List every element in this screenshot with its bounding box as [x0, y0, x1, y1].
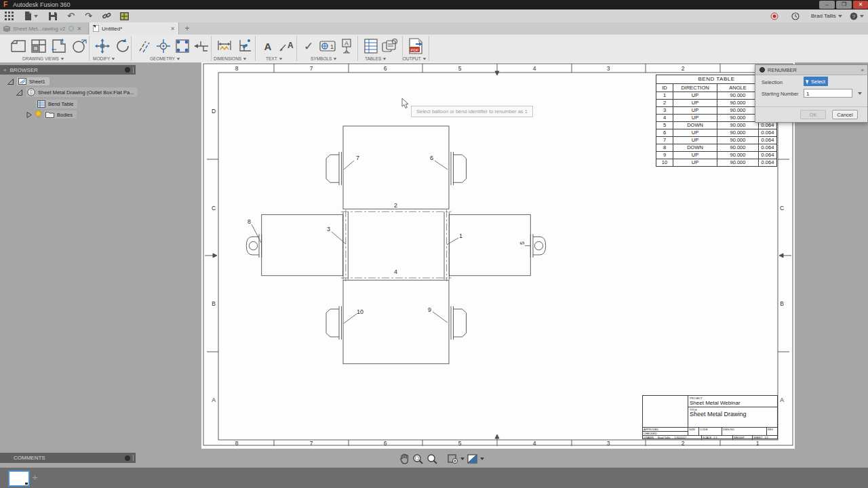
zoom-window-icon[interactable] [412, 453, 424, 464]
expand-open-icon[interactable] [7, 78, 14, 85]
file-menu-button[interactable] [24, 11, 38, 21]
bend-cell-angle: 90.000 [717, 144, 759, 152]
geometry-menu[interactable]: GEOMETRY [150, 56, 180, 61]
help-menu[interactable]: ? [850, 11, 864, 21]
ordinate-dimension-icon[interactable] [236, 37, 254, 55]
balloon-icon[interactable]: 1 [319, 37, 336, 55]
datum-identifier-icon[interactable]: A [338, 37, 355, 55]
drawing-views-menu[interactable]: DRAWING VIEWS [22, 56, 64, 61]
base-view-icon[interactable] [9, 37, 27, 55]
app-grid-icon[interactable] [5, 11, 14, 21]
dimensions-menu[interactable]: DIMENSIONS [214, 56, 247, 61]
edge-extension-icon[interactable] [193, 37, 210, 55]
output-menu[interactable]: OUTPUT [403, 56, 427, 61]
panel-options-icon[interactable] [125, 67, 130, 73]
record-icon[interactable] [770, 11, 778, 21]
modify-menu[interactable]: MODIFY [93, 56, 115, 61]
user-menu[interactable]: Brad Tallis [811, 11, 842, 21]
leader-text-icon[interactable]: A [278, 37, 296, 55]
tab-sheet-metal-drawing-v2[interactable]: Sheet Met...rawing v2 ✕ [0, 22, 89, 35]
bend-cell-radius: 0.064 [759, 152, 777, 159]
tab-untitled[interactable]: Untitled* ✕ [90, 22, 179, 35]
sidebar-item-sheet1[interactable]: Sheet1 [7, 77, 50, 86]
svg-text:3: 3 [607, 65, 610, 72]
sidebar-item-bend-table[interactable]: Bend Table [36, 99, 77, 108]
close-button[interactable]: ✕ [853, 1, 868, 9]
svg-text:A: A [344, 40, 349, 47]
add-sheet-button[interactable]: + [32, 471, 38, 483]
center-mark-icon[interactable] [155, 37, 172, 55]
starting-number-dropdown-icon[interactable] [858, 92, 862, 95]
capture-icon[interactable] [120, 11, 129, 21]
redo-button[interactable]: ↷ [85, 11, 92, 21]
svg-text:PDF: PDF [411, 48, 419, 52]
bend-identifier-9[interactable]: 9 [428, 306, 431, 313]
drawn-cell: DRAWN Brad Tallis 1/30/2017 [643, 436, 702, 440]
tab-close-icon[interactable]: ✕ [77, 26, 81, 32]
sidebar-item-sheet-metal-drawing[interactable]: Sheet Metal Drawing (Outlet Box:Flat Pa.… [16, 87, 138, 97]
save-icon[interactable] [49, 11, 57, 21]
projected-view-icon[interactable] [30, 37, 47, 55]
dimension-icon[interactable] [216, 37, 233, 55]
surface-texture-icon[interactable]: ✓ [300, 37, 317, 55]
bend-identifier-5[interactable]: 5 [519, 241, 526, 245]
parts-list-icon[interactable] [381, 37, 399, 55]
flat-pattern-view[interactable] [246, 126, 545, 364]
text-icon[interactable]: A [259, 37, 277, 55]
browser-header[interactable]: « BROWSER [0, 65, 136, 75]
bend-identifier-6[interactable]: 6 [430, 155, 433, 161]
cancel-button[interactable]: Cancel [832, 110, 858, 119]
sheet-thumbnail-tab[interactable] [8, 470, 30, 487]
comments-header[interactable]: COMMENTS [0, 453, 136, 463]
bend-identifier-10[interactable]: 10 [357, 308, 363, 315]
bend-cell-id: 8 [656, 144, 673, 152]
panel-grip[interactable] [133, 455, 134, 461]
bend-identifier-3[interactable]: 3 [327, 226, 330, 232]
move-icon[interactable] [94, 37, 111, 55]
section-view-icon[interactable] [50, 37, 68, 55]
sidebar-item-bodies[interactable]: Bodies [26, 110, 77, 119]
dialog-header[interactable]: RENUMBER » [755, 65, 867, 75]
table-icon[interactable] [362, 37, 380, 55]
collapse-panel-icon[interactable]: « [3, 67, 6, 73]
text-menu[interactable]: TEXT [266, 56, 283, 61]
expand-collapsed-icon[interactable] [26, 111, 33, 119]
bend-identifier-4[interactable]: 4 [394, 268, 397, 275]
drawing-view-icon [27, 88, 35, 96]
ok-button[interactable]: OK [800, 110, 826, 119]
clock-icon[interactable] [791, 11, 800, 21]
expand-dialog-icon[interactable]: » [861, 67, 864, 73]
center-mark-pattern-icon[interactable] [174, 37, 191, 55]
visibility-bulb-icon[interactable] [35, 110, 42, 119]
undo-button[interactable]: ↶ [67, 11, 75, 21]
display-settings-menu[interactable] [467, 453, 484, 464]
grid-settings-menu[interactable] [448, 453, 465, 464]
panel-grip[interactable] [133, 67, 134, 73]
ribbon-toolbar: DRAWING VIEWS MODIFY GEOMETRY [0, 35, 868, 63]
pan-icon[interactable] [399, 453, 410, 464]
detail-view-icon[interactable] [71, 37, 88, 55]
minimize-button[interactable]: – [819, 1, 835, 9]
starting-number-input[interactable]: 1 [804, 89, 852, 98]
new-tab-button[interactable]: + [182, 24, 192, 33]
expand-open-icon[interactable] [16, 89, 23, 96]
link-icon[interactable] [102, 11, 111, 21]
bend-identifier-2[interactable]: 2 [394, 202, 397, 209]
bend-identifier-1[interactable]: 1 [459, 232, 462, 239]
bend-identifier-7[interactable]: 7 [356, 155, 359, 161]
panel-options-icon[interactable] [125, 455, 130, 461]
centerline-icon[interactable] [136, 37, 153, 55]
size-cell: SIZEB [688, 428, 699, 436]
restore-button[interactable]: ❐ [836, 1, 852, 9]
symbols-menu[interactable]: SYMBOLS [311, 56, 337, 61]
renumber-dialog: RENUMBER » Selection Select Starting Num… [755, 64, 868, 123]
svg-text:4: 4 [533, 440, 536, 447]
output-pdf-icon[interactable]: PDF [407, 37, 425, 55]
zoom-icon[interactable] [427, 453, 438, 464]
select-button[interactable]: Select [804, 77, 828, 86]
rotate-icon[interactable] [114, 37, 132, 55]
tab-close-icon[interactable]: ✕ [170, 26, 175, 32]
bend-identifier-8[interactable]: 8 [248, 218, 251, 225]
svg-text:8: 8 [235, 65, 239, 72]
tables-menu[interactable]: TABLES [365, 56, 387, 61]
